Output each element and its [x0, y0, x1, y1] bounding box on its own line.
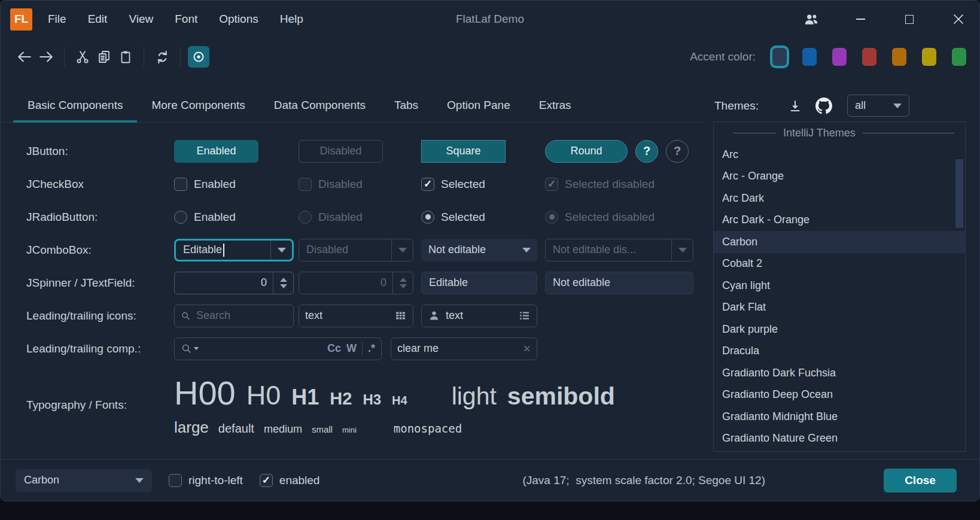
themes-header: Themes: all — [702, 95, 979, 123]
spinner[interactable]: 0 — [174, 272, 294, 294]
accent-swatch-blue[interactable] — [802, 48, 817, 66]
text-field-person[interactable]: text — [421, 305, 537, 327]
checkbox-box: ✓ — [545, 178, 558, 191]
search-with-options-field[interactable]: Cc W .* — [174, 337, 382, 360]
combo-arrow-button[interactable] — [516, 239, 537, 261]
theme-item[interactable]: Dark Flat — [714, 297, 965, 319]
spinner-stepper — [392, 272, 413, 294]
tab-more-components[interactable]: More Components — [137, 90, 259, 122]
regex-button[interactable]: .* — [368, 342, 375, 355]
textfield-value: clear me — [397, 342, 518, 355]
clearable-field[interactable]: clear me × — [391, 337, 537, 360]
radio-dot — [425, 214, 431, 220]
accent-swatch-green[interactable] — [952, 48, 966, 66]
h00-sample: H00 — [174, 373, 236, 412]
paste-icon[interactable] — [115, 46, 136, 68]
copy-icon[interactable] — [93, 46, 115, 68]
github-icon[interactable] — [815, 97, 833, 115]
accent-swatch-purple[interactable] — [832, 48, 847, 66]
accent-swatch-red[interactable] — [862, 48, 876, 66]
theme-item[interactable]: Cyan light — [714, 275, 965, 297]
theme-item[interactable]: Arc Dark — [714, 187, 965, 209]
not-editable-combobox[interactable]: Not editable — [421, 239, 537, 261]
accent-swatch-yellow[interactable] — [922, 48, 936, 66]
row-label: JRadioButton: — [26, 211, 174, 224]
theme-item[interactable]: Cobalt 2 — [714, 253, 965, 275]
close-button[interactable]: Close — [884, 469, 957, 492]
maximize-button[interactable] — [902, 11, 917, 27]
theme-item[interactable]: Arc Dark - Orange — [714, 209, 965, 232]
tab-option-pane[interactable]: Option Pane — [433, 90, 525, 122]
themes-filter-value: all — [855, 99, 866, 112]
combo-arrow-button[interactable] — [270, 241, 292, 260]
checkbox-box: ✓ — [260, 474, 273, 487]
forward-button[interactable] — [35, 46, 57, 68]
theme-item-selected[interactable]: Carbon — [714, 231, 965, 253]
accent-swatch-default[interactable] — [772, 48, 787, 66]
chevron-down-icon — [400, 284, 407, 288]
search-dropdown-icon[interactable] — [181, 343, 199, 355]
tab-data-components[interactable]: Data Components — [260, 90, 380, 122]
checkbox-selected-disabled: ✓ Selected disabled — [545, 178, 693, 191]
theme-item[interactable]: Gradianto Dark Fuchsia — [714, 362, 965, 384]
theme-item[interactable]: Gradianto Deep Ocean — [714, 384, 965, 406]
checkbox-enabled[interactable]: Enabled — [174, 178, 299, 191]
show-hover-toggle[interactable] — [188, 46, 209, 68]
help-button-primary[interactable]: ? — [635, 140, 658, 163]
chevron-down-icon — [522, 248, 531, 253]
rtl-checkbox[interactable]: right-to-left — [169, 474, 243, 487]
editable-combobox[interactable]: Editable — [174, 239, 294, 261]
theme-item[interactable]: Gradianto Nature Green — [714, 428, 965, 450]
search-input[interactable] — [196, 309, 287, 322]
themes-listbox: IntelliJ Themes Arc Arc - Orange Arc Dar… — [713, 121, 966, 452]
enabled-checkbox[interactable]: ✓ enabled — [260, 474, 320, 487]
scrollbar-thumb[interactable] — [955, 159, 963, 228]
cut-icon[interactable] — [72, 46, 93, 68]
search-field[interactable] — [174, 305, 294, 327]
back-button[interactable] — [14, 46, 35, 68]
theme-item[interactable]: Dracula — [714, 340, 965, 363]
menu-file[interactable]: File — [48, 13, 66, 26]
users-icon[interactable] — [804, 11, 819, 27]
light-sample: light — [452, 382, 497, 410]
spinner-stepper[interactable] — [273, 272, 293, 294]
radio-enabled[interactable]: Enabled — [174, 211, 299, 224]
whole-word-button[interactable]: W — [346, 342, 357, 355]
minimize-button[interactable] — [853, 11, 868, 27]
tab-basic-components[interactable]: Basic Components — [13, 90, 137, 122]
theme-selector-combo[interactable]: Carbon — [16, 469, 152, 492]
help-button[interactable]: ? — [666, 140, 689, 163]
theme-item[interactable]: Dark purple — [714, 318, 965, 340]
menu-help[interactable]: Help — [280, 13, 303, 26]
checkbox-box — [169, 474, 182, 487]
theme-item[interactable]: Gradianto Midnight Blue — [714, 406, 965, 428]
menu-font[interactable]: Font — [175, 13, 197, 26]
tab-extras[interactable]: Extras — [525, 90, 586, 122]
checkbox-box — [174, 178, 187, 191]
accent-swatch-orange[interactable] — [892, 48, 906, 66]
refresh-icon[interactable] — [151, 46, 173, 68]
editable-textfield[interactable]: Editable — [421, 272, 537, 294]
square-button[interactable]: Square — [421, 140, 506, 163]
download-icon[interactable] — [786, 97, 804, 115]
menu-edit[interactable]: Edit — [88, 13, 108, 26]
checkbox-selected[interactable]: ✓ Selected — [421, 178, 545, 191]
match-case-button[interactable]: Cc — [327, 342, 341, 355]
list-icon[interactable] — [518, 309, 531, 322]
clear-icon[interactable]: × — [523, 342, 531, 355]
checkbox-label: right-to-left — [188, 474, 243, 487]
round-button[interactable]: Round — [545, 140, 628, 163]
text-field-table[interactable]: text — [299, 305, 413, 327]
radio-selected[interactable]: Selected — [421, 211, 545, 224]
menu-options[interactable]: Options — [219, 13, 258, 26]
table-icon[interactable] — [394, 309, 407, 322]
theme-item[interactable]: Arc - Orange — [714, 166, 965, 188]
row-label: JCheckBox — [26, 178, 174, 191]
menu-view[interactable]: View — [129, 13, 153, 26]
themes-filter-combo[interactable]: all — [847, 95, 909, 117]
radio-label: Disabled — [318, 211, 363, 224]
theme-item[interactable]: Arc — [714, 144, 965, 166]
enabled-button[interactable]: Enabled — [174, 140, 258, 163]
close-window-button[interactable] — [951, 11, 966, 27]
tab-tabs[interactable]: Tabs — [380, 90, 433, 122]
